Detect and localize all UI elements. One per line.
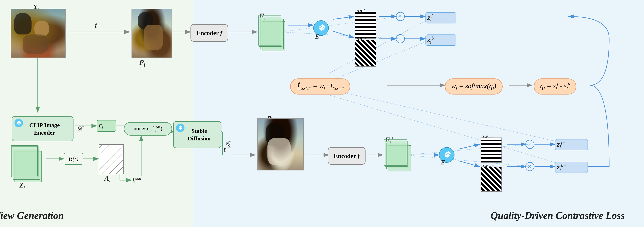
C-notation: 𝒞 <box>76 125 82 133</box>
lada-label: liada <box>132 176 141 184</box>
mf-mask-top <box>355 12 376 39</box>
fi-plus-stack <box>384 139 415 174</box>
pi-label: Pi <box>139 58 145 68</box>
ai-label: Ai <box>104 174 110 183</box>
encoder-f-top: Encoder f <box>190 24 228 42</box>
quality-section-label: Quality-Driven Contrastive Loss <box>491 210 625 221</box>
adaptive-section-label: Adaptive View Generation <box>0 210 64 221</box>
loss-box: L̃SSL,* = wi · LSSL,* <box>290 78 350 95</box>
zi-stack <box>11 145 46 184</box>
ci-label: ci <box>99 121 103 130</box>
qi-box: qi = sif - sib <box>534 78 576 95</box>
clip-encoder-box: ❄ CLIP ImageEncoder <box>12 116 74 141</box>
B-box: B(·) <box>64 153 83 165</box>
pi-plus-image <box>257 118 304 170</box>
zi-label: Zi <box>19 181 25 190</box>
ai-image <box>99 144 124 174</box>
pi-image <box>132 9 172 58</box>
zb-plus-label: zib+ <box>557 163 566 172</box>
xi-image <box>11 9 66 58</box>
E-label-bottom: E <box>441 159 445 166</box>
mb-mask-top <box>355 40 376 67</box>
stable-diffusion-box: ❄ StableDiffusion <box>173 121 222 148</box>
diagram: t × × <box>0 0 644 227</box>
softmax-box: wi = softmax(qi) <box>445 78 503 95</box>
mb-plus-mask <box>480 167 502 192</box>
E-label-top: E <box>315 33 319 40</box>
noisy-box: noisy(ci, liada) <box>124 122 172 136</box>
mf-plus-mask <box>480 137 502 163</box>
G-notation: 𝒢 <box>224 139 229 148</box>
fi-stack <box>258 16 289 54</box>
zb-label-top: zib <box>428 36 434 45</box>
encoder-f-bottom: Encoder f <box>328 147 366 165</box>
zf-label-top: zif <box>428 13 432 23</box>
zf-plus-label: zif+ <box>557 140 566 149</box>
